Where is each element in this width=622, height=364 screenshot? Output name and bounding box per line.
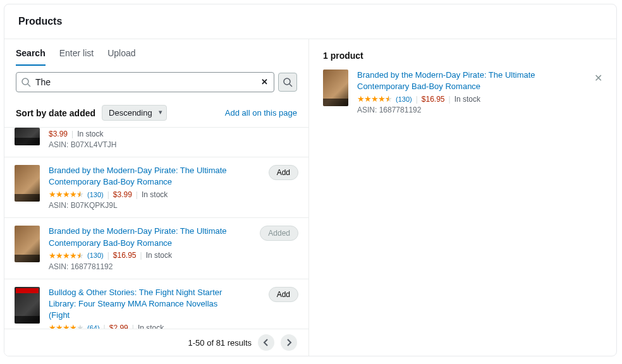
rating-stars: ★★★★★ (49, 323, 83, 329)
stock-status: In stock (138, 324, 164, 329)
sort-label: Sort by date added (16, 108, 95, 118)
add-all-link[interactable]: Add all on this page (225, 108, 297, 118)
added-button: Added (260, 226, 298, 241)
sort-row: Sort by date added Descending Add all on… (4, 100, 308, 128)
product-thumbnail (15, 165, 40, 202)
product-asin: ASIN: B07KQPKJ9L (49, 201, 260, 210)
pager-prev-button[interactable] (258, 334, 274, 351)
add-button[interactable]: Add (269, 287, 298, 302)
stock-status: In stock (146, 251, 172, 260)
review-count: (130) (396, 95, 412, 103)
products-panel: Products Search Enter list Upload ✕ (4, 4, 617, 356)
left-column: Search Enter list Upload ✕ Sort (4, 39, 309, 356)
product-title[interactable]: Branded by the Modern-Day Pirate: The Ul… (49, 165, 238, 188)
review-count: (130) (87, 191, 104, 198)
product-price: $16.95 (422, 95, 445, 104)
sort-direction-select[interactable]: Descending (102, 105, 167, 121)
search-icon (21, 77, 31, 89)
review-count: (64) (87, 324, 100, 329)
page-title: Products (4, 4, 616, 39)
selected-item: Branded by the Modern-Day Pirate: The Ul… (323, 70, 602, 114)
stock-status: In stock (142, 190, 168, 199)
results-list[interactable]: $3.99 | In stock ASIN: B07XL4VTJH Brande… (4, 128, 308, 329)
product-title[interactable]: Branded by the Modern-Day Pirate: The Ul… (49, 226, 238, 248)
product-thumbnail (15, 128, 40, 145)
product-price: $3.99 (113, 190, 132, 199)
result-row: $3.99 | In stock ASIN: B07XL4VTJH (4, 128, 308, 157)
tab-upload[interactable]: Upload (107, 48, 135, 66)
svg-line-1 (28, 84, 30, 87)
remove-selected-icon[interactable]: ✕ (594, 72, 602, 84)
svg-point-0 (22, 78, 28, 85)
search-button[interactable] (278, 73, 297, 92)
search-box: ✕ (16, 72, 274, 92)
product-price: $16.95 (113, 251, 137, 260)
product-asin: ASIN: B07XL4VTJH (49, 140, 298, 149)
product-title[interactable]: Bulldog & Other Stories: The Fight Night… (49, 287, 238, 322)
product-price: $2.99 (109, 324, 128, 329)
rating-stars: ★★★★★ (49, 251, 83, 260)
product-asin: ASIN: 1687781192 (357, 106, 602, 114)
result-row: Bulldog & Other Stories: The Fight Night… (4, 279, 308, 329)
product-thumbnail (15, 226, 40, 262)
product-asin: ASIN: 1687781192 (49, 262, 251, 271)
search-input[interactable] (16, 72, 274, 92)
tab-search[interactable]: Search (16, 48, 46, 66)
result-row: Branded by the Modern-Day Pirate: The Ul… (4, 218, 308, 279)
stock-status: In stock (77, 130, 103, 138)
rating-stars: ★★★★★ (357, 94, 392, 104)
result-row: Branded by the Modern-Day Pirate: The Ul… (4, 157, 308, 218)
clear-search-icon[interactable]: ✕ (261, 77, 268, 87)
product-thumbnail (15, 287, 40, 324)
review-count: (130) (87, 252, 104, 259)
product-price: $3.99 (49, 130, 68, 138)
product-thumbnail (323, 70, 348, 106)
product-title[interactable]: Branded by the Modern-Day Pirate: The Ul… (357, 70, 547, 92)
tab-enter-list[interactable]: Enter list (59, 48, 94, 66)
pager: 1-50 of 81 results (4, 329, 308, 356)
add-button[interactable]: Add (269, 165, 298, 180)
tabs: Search Enter list Upload (4, 39, 308, 66)
stock-status: In stock (454, 95, 480, 104)
rating-stars: ★★★★★ (49, 190, 83, 199)
right-column: 1 product Branded by the Modern-Day Pira… (309, 39, 616, 356)
selected-count: 1 product (323, 51, 602, 61)
svg-line-3 (290, 84, 292, 87)
pager-next-button[interactable] (281, 334, 297, 351)
pager-text: 1-50 of 81 results (188, 338, 252, 348)
svg-point-2 (284, 78, 290, 85)
search-row: ✕ (4, 66, 308, 100)
